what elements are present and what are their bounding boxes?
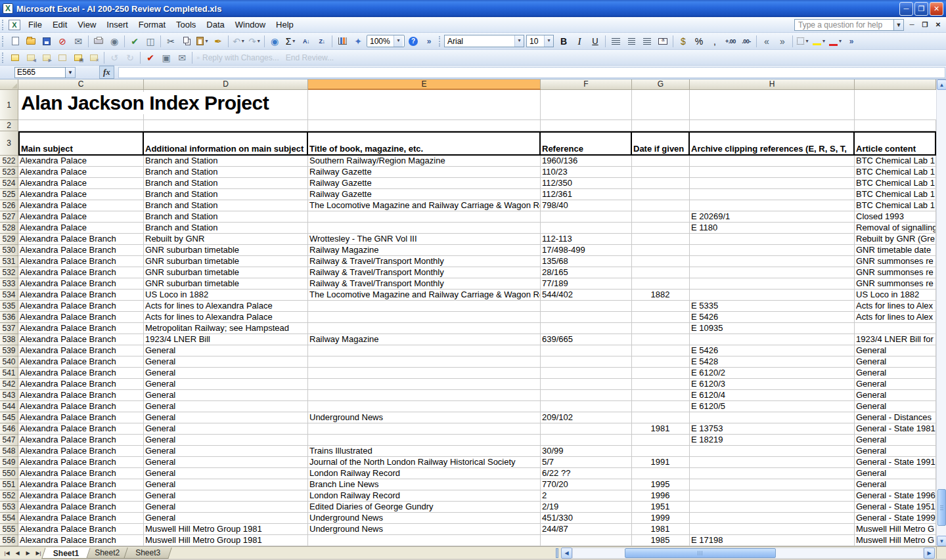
cell-D539[interactable]: General bbox=[144, 345, 308, 356]
cell-D550[interactable]: General bbox=[144, 468, 308, 479]
cell-empty[interactable] bbox=[632, 120, 690, 131]
cell-F539[interactable] bbox=[541, 345, 632, 356]
cell-E532[interactable]: Railway & Travel/Transport Monthly bbox=[308, 267, 541, 278]
column-header-C[interactable]: C bbox=[18, 79, 144, 90]
cell-G547[interactable] bbox=[632, 435, 690, 446]
cell-C552[interactable]: Alexandra Palace Branch bbox=[18, 490, 144, 502]
cell-C537[interactable]: Alexandra Palace Branch bbox=[18, 323, 144, 334]
cell-C546[interactable]: Alexandra Palace Branch bbox=[18, 423, 144, 435]
cell-I534[interactable]: US Loco in 1882 bbox=[855, 290, 936, 301]
cell-G528[interactable] bbox=[632, 223, 690, 234]
cell-C532[interactable]: Alexandra Palace Branch bbox=[18, 267, 144, 278]
cell-D545[interactable]: General bbox=[144, 412, 308, 423]
cell-G542[interactable] bbox=[632, 379, 690, 390]
cell-I538[interactable]: 1923/4 LNER Bill for bbox=[855, 334, 936, 345]
formula-input[interactable] bbox=[118, 67, 945, 78]
cell-D528[interactable]: Branch and Station bbox=[144, 223, 308, 234]
cell-G541[interactable] bbox=[632, 368, 690, 379]
cell-E523[interactable]: Railway Gazette bbox=[308, 167, 541, 178]
cell-E556[interactable] bbox=[308, 535, 541, 546]
row-header-523[interactable]: 523 bbox=[0, 167, 18, 178]
close-button[interactable]: ✕ bbox=[930, 2, 943, 16]
column-header-E[interactable]: E bbox=[308, 79, 541, 90]
cell-E554[interactable]: Underground News bbox=[308, 513, 541, 524]
cell-E536[interactable] bbox=[308, 312, 541, 323]
cell-D533[interactable]: GNR suburban timetable bbox=[144, 278, 308, 290]
cell-D542[interactable]: General bbox=[144, 379, 308, 390]
cell-H550[interactable] bbox=[690, 468, 855, 479]
dropdown-arrow-icon[interactable]: ▾ bbox=[514, 35, 524, 47]
cell-C550[interactable]: Alexandra Palace Branch bbox=[18, 468, 144, 479]
sort-ascending-icon[interactable]: A↓ bbox=[299, 34, 313, 49]
menu-format[interactable]: Format bbox=[133, 18, 171, 32]
percent-style-icon[interactable]: % bbox=[692, 34, 706, 49]
name-box[interactable]: E565 bbox=[14, 67, 66, 78]
comma-style-icon[interactable]: , bbox=[708, 34, 722, 49]
toolbar-grip[interactable] bbox=[2, 20, 5, 30]
cell-F550[interactable]: 6/22 ?? bbox=[541, 468, 632, 479]
cell-F538[interactable]: 639/665 bbox=[541, 334, 632, 345]
zoom-combo[interactable]: 100%▾ bbox=[367, 35, 405, 47]
cell-G551[interactable]: 1995 bbox=[632, 479, 690, 490]
send-to-mail-recipient-icon[interactable]: ▣ bbox=[159, 51, 173, 65]
dropdown-arrow-icon[interactable]: ▾ bbox=[394, 35, 403, 47]
cell-I523[interactable]: BTC Chemical Lab 1 bbox=[855, 167, 936, 178]
cell-H539[interactable]: E 5426 bbox=[690, 345, 855, 356]
currency-style-icon[interactable]: $ bbox=[676, 34, 690, 49]
row-header-522[interactable]: 522 bbox=[0, 156, 18, 167]
column-header-H[interactable]: H bbox=[690, 79, 855, 90]
cell-E530[interactable]: Railway Magazine bbox=[308, 245, 541, 256]
cell-I547[interactable]: General bbox=[855, 435, 936, 446]
row-header-536[interactable]: 536 bbox=[0, 312, 18, 323]
cell-F547[interactable] bbox=[541, 435, 632, 446]
cell-G530[interactable] bbox=[632, 245, 690, 256]
sort-descending-icon[interactable]: Z↓ bbox=[315, 34, 329, 49]
cell-empty[interactable] bbox=[18, 120, 144, 131]
dropdown-arrow-icon[interactable]: ▾ bbox=[544, 35, 553, 47]
cell-D553[interactable]: General bbox=[144, 502, 308, 513]
cell-C541[interactable]: Alexandra Palace Branch bbox=[18, 368, 144, 379]
cell-H538[interactable] bbox=[690, 334, 855, 345]
cell-F552[interactable]: 2 bbox=[541, 490, 632, 502]
row-header-529[interactable]: 529 bbox=[0, 234, 18, 245]
save-icon[interactable] bbox=[39, 34, 54, 49]
cell-H554[interactable] bbox=[690, 513, 855, 524]
cell-E533[interactable]: Railway & Travel/Transport Monthly bbox=[308, 278, 541, 290]
cell-G529[interactable] bbox=[632, 234, 690, 245]
row-header-3[interactable]: 3 bbox=[0, 131, 18, 156]
insert-function-button[interactable]: fx bbox=[99, 66, 114, 79]
row-header-531[interactable]: 531 bbox=[0, 256, 18, 267]
row-header-528[interactable]: 528 bbox=[0, 223, 18, 234]
font-name-combo[interactable]: Arial ▾ bbox=[444, 35, 524, 47]
question-help-input[interactable]: Type a question for help bbox=[794, 19, 894, 31]
cell-C529[interactable]: Alexandra Palace Branch bbox=[18, 234, 144, 245]
cell-G523[interactable] bbox=[632, 167, 690, 178]
cell-C551[interactable]: Alexandra Palace Branch bbox=[18, 479, 144, 490]
open-icon[interactable] bbox=[24, 34, 38, 49]
cell-C533[interactable]: Alexandra Palace Branch bbox=[18, 278, 144, 290]
end-review-button[interactable]: End Review... bbox=[283, 51, 336, 65]
cell-E526[interactable]: The Locomotive Magazine and Railway Carr… bbox=[308, 200, 541, 211]
column-header-G[interactable]: G bbox=[632, 79, 690, 90]
row-header-538[interactable]: 538 bbox=[0, 334, 18, 345]
row-header-552[interactable]: 552 bbox=[0, 490, 18, 502]
row-header-541[interactable]: 541 bbox=[0, 368, 18, 379]
header-cell-h[interactable]: Archive clipping references (E, R, S, T, bbox=[690, 131, 855, 156]
cell-E546[interactable] bbox=[308, 423, 541, 435]
row-header-545[interactable]: 545 bbox=[0, 412, 18, 423]
cell-F534[interactable]: 544/402 bbox=[541, 290, 632, 301]
cell-F546[interactable] bbox=[541, 423, 632, 435]
next-comment-icon[interactable]: ▶ bbox=[39, 51, 54, 65]
next-sheet-icon[interactable]: ▶ bbox=[23, 548, 33, 558]
cell-G522[interactable] bbox=[632, 156, 690, 167]
cell-G531[interactable] bbox=[632, 256, 690, 267]
cell-G535[interactable] bbox=[632, 301, 690, 312]
cell-C548[interactable]: Alexandra Palace Branch bbox=[18, 446, 144, 457]
cell-E535[interactable] bbox=[308, 301, 541, 312]
cell-G538[interactable] bbox=[632, 334, 690, 345]
toolbar-grip[interactable] bbox=[439, 36, 442, 47]
cell-C542[interactable]: Alexandra Palace Branch bbox=[18, 379, 144, 390]
row-header-535[interactable]: 535 bbox=[0, 301, 18, 312]
email-icon[interactable]: ✉ bbox=[71, 34, 85, 49]
copy-icon[interactable] bbox=[179, 34, 194, 49]
